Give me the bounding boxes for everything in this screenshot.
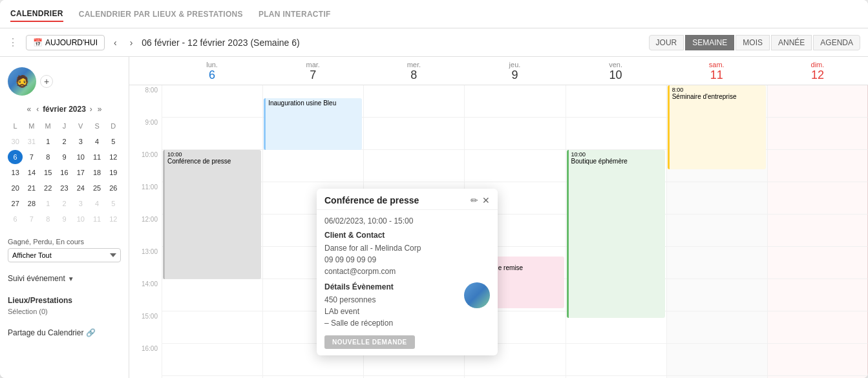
cal-cell[interactable] <box>566 279 666 311</box>
mini-cal-day[interactable]: 24 <box>73 181 88 195</box>
cal-cell[interactable] <box>464 85 565 118</box>
suivi-label[interactable]: Suivi événement ▼ <box>8 274 121 283</box>
mini-cal-day[interactable]: 6 <box>8 150 23 164</box>
mini-cal-day[interactable]: 12 <box>106 212 121 226</box>
mini-cal-day[interactable]: 18 <box>89 165 104 180</box>
mini-cal-prev-prev[interactable]: « <box>25 103 32 115</box>
cal-cell[interactable] <box>162 215 262 247</box>
cal-cell[interactable] <box>162 118 262 150</box>
mini-cal-day[interactable]: 10 <box>73 150 88 164</box>
mini-cal-day[interactable]: 2 <box>57 196 72 211</box>
mini-cal-day[interactable]: 1 <box>41 196 56 211</box>
cal-cell[interactable] <box>162 344 262 376</box>
view-semaine[interactable]: SEMAINE <box>685 35 734 50</box>
mini-cal-next-next[interactable]: » <box>96 103 103 115</box>
cal-cell[interactable] <box>464 150 565 182</box>
afficher-select[interactable]: Afficher Tout <box>8 248 121 262</box>
mini-cal-next[interactable]: › <box>89 103 94 115</box>
cal-cell[interactable] <box>162 311 262 344</box>
cal-cell[interactable] <box>666 311 767 344</box>
mini-cal-day[interactable]: 6 <box>8 212 23 226</box>
cal-cell[interactable] <box>566 344 666 376</box>
mini-cal-day[interactable]: 11 <box>89 150 104 164</box>
mini-cal-day[interactable]: 9 <box>57 212 72 226</box>
mini-cal-day[interactable]: 11 <box>89 212 104 226</box>
cal-cell[interactable] <box>262 85 363 118</box>
cal-cell[interactable] <box>666 118 767 150</box>
mini-cal-day[interactable]: 16 <box>57 165 72 180</box>
today-button[interactable]: 📅 AUJOURD'HUI <box>26 35 105 50</box>
mini-cal-day[interactable]: 25 <box>89 181 104 195</box>
add-button[interactable]: + <box>40 75 53 88</box>
mini-cal-day[interactable]: 19 <box>106 165 121 180</box>
cal-cell[interactable] <box>666 85 767 118</box>
cal-cell[interactable] <box>262 118 363 150</box>
cal-cell[interactable] <box>363 118 464 150</box>
cal-cell[interactable] <box>566 182 666 215</box>
mini-cal-day[interactable]: 13 <box>8 165 23 180</box>
mini-cal-day[interactable]: 28 <box>24 196 39 211</box>
cal-cell[interactable] <box>566 150 666 182</box>
cal-cell[interactable] <box>464 118 565 150</box>
cal-cell[interactable] <box>767 85 868 118</box>
cal-cell[interactable] <box>767 118 868 150</box>
mini-cal-day[interactable]: 9 <box>57 150 72 164</box>
lieux-select[interactable]: Sélection (0) <box>8 308 121 315</box>
mini-cal-day[interactable]: 3 <box>73 134 88 149</box>
mini-cal-day[interactable]: 20 <box>8 181 23 195</box>
cal-cell[interactable] <box>162 247 262 279</box>
cal-cell[interactable] <box>666 247 767 279</box>
mini-cal-day[interactable]: 8 <box>41 212 56 226</box>
view-mois[interactable]: MOIS <box>736 35 770 50</box>
cal-cell[interactable] <box>566 311 666 344</box>
cal-cell[interactable] <box>162 85 262 118</box>
popup-close-button[interactable]: ✕ <box>482 195 490 205</box>
mini-cal-day[interactable]: 27 <box>8 196 23 211</box>
cal-cell[interactable] <box>767 344 868 376</box>
mini-cal-day[interactable]: 5 <box>106 134 121 149</box>
cal-cell[interactable] <box>363 150 464 182</box>
tab-plan-interactif[interactable]: PLAN INTERACTIF <box>259 7 331 21</box>
mini-cal-day[interactable]: 4 <box>89 134 104 149</box>
cal-cell[interactable] <box>666 150 767 182</box>
prev-arrow[interactable]: ‹ <box>110 36 121 49</box>
cal-cell[interactable] <box>767 215 868 247</box>
cal-cell[interactable] <box>767 311 868 344</box>
cal-cell[interactable] <box>566 85 666 118</box>
cal-cell[interactable] <box>666 182 767 215</box>
tab-calendrier[interactable]: CALENDRIER <box>10 6 63 22</box>
partage-label[interactable]: Partage du Calendrier 🔗 <box>8 328 121 337</box>
mini-cal-day[interactable]: 10 <box>73 212 88 226</box>
cal-cell[interactable] <box>666 344 767 376</box>
mini-cal-day[interactable]: 21 <box>24 181 39 195</box>
mini-cal-day[interactable]: 23 <box>57 181 72 195</box>
mini-cal-prev[interactable]: ‹ <box>35 103 40 115</box>
mini-cal-day[interactable]: 26 <box>106 181 121 195</box>
view-agenda[interactable]: AGENDA <box>813 35 860 50</box>
cal-cell[interactable] <box>162 279 262 311</box>
cal-cell[interactable] <box>566 118 666 150</box>
mini-cal-day[interactable]: 3 <box>73 196 88 211</box>
cal-cell[interactable] <box>566 247 666 279</box>
popup-edit-button[interactable]: ✏ <box>471 195 478 205</box>
mini-cal-day[interactable]: 12 <box>106 150 121 164</box>
tab-calendrier-lieux[interactable]: CALENDRIER PAR LIEUX & PRESTATIONS <box>79 7 243 21</box>
mini-cal-day[interactable]: 14 <box>24 165 39 180</box>
mini-cal-day[interactable]: 31 <box>24 134 39 149</box>
cal-cell[interactable] <box>767 150 868 182</box>
nouvelle-demande-button[interactable]: NOUVELLE DEMANDE <box>324 335 415 349</box>
mini-cal-day[interactable]: 30 <box>8 134 23 149</box>
cal-cell[interactable] <box>262 150 363 182</box>
view-jour[interactable]: JOUR <box>649 35 684 50</box>
mini-cal-day[interactable]: 17 <box>73 165 88 180</box>
cal-cell[interactable] <box>666 279 767 311</box>
cal-cell[interactable] <box>767 279 868 311</box>
mini-cal-day[interactable]: 5 <box>106 196 121 211</box>
mini-cal-day[interactable]: 2 <box>57 134 72 149</box>
cal-cell[interactable] <box>162 182 262 215</box>
next-arrow[interactable]: › <box>126 36 137 49</box>
mini-cal-day[interactable]: 1 <box>41 134 56 149</box>
cal-cell[interactable] <box>162 150 262 182</box>
mini-cal-day[interactable]: 4 <box>89 196 104 211</box>
cal-cell[interactable] <box>666 215 767 247</box>
